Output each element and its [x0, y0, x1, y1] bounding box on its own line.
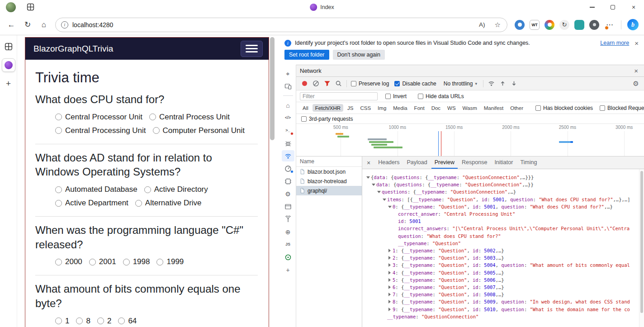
address-bar[interactable]: i localhost:4280 A) ☆	[55, 18, 507, 32]
expander-icon[interactable]	[388, 270, 393, 275]
answer-option[interactable]: 8	[76, 317, 90, 326]
radio-button-icon[interactable]	[135, 200, 142, 207]
json-tree-line[interactable]: 0: {__typename: "Question", id: 5001, qu…	[364, 203, 638, 210]
copilot-icon[interactable]: b	[627, 19, 639, 30]
json-tree-line[interactable]: questions: {__typename: "QuestionConnect…	[364, 188, 638, 195]
answer-option[interactable]: 1999	[156, 257, 184, 266]
json-tree-line[interactable]: __typename: "QuestionConnection"	[364, 313, 638, 320]
sidebar-panel-icon[interactable]	[3, 41, 14, 52]
settings-more-icon[interactable]: ⋯	[604, 19, 615, 31]
answer-option[interactable]: Central Processing Unit	[55, 126, 146, 135]
request-list-header[interactable]: Name	[296, 156, 362, 167]
radio-button-icon[interactable]	[123, 259, 130, 265]
type-filter-all[interactable]: All	[300, 104, 311, 112]
extension-1-icon[interactable]	[515, 20, 525, 30]
radio-button-icon[interactable]	[156, 259, 163, 265]
type-filter-wasm[interactable]: Wasm	[460, 104, 480, 112]
json-tree-line[interactable]: id: 5001	[364, 218, 638, 225]
request-row[interactable]: blazor.boot.json	[296, 167, 362, 176]
json-tree-line[interactable]: data: {questions: {__typename: "Question…	[364, 181, 638, 188]
performance-icon[interactable]	[282, 163, 294, 174]
checkbox-icon[interactable]	[385, 94, 391, 99]
scrollbar-thumb[interactable]	[270, 37, 275, 140]
read-aloud-icon[interactable]: A)	[476, 21, 488, 28]
answer-option[interactable]: Central Processor Unit	[55, 113, 142, 122]
extension-3-icon[interactable]	[545, 20, 554, 30]
json-tree-line[interactable]: incorrect_answers: "[\"Central Process U…	[364, 225, 638, 232]
tab-initiator[interactable]: Initiator	[491, 156, 516, 169]
extension-wt-icon[interactable]: WT	[530, 20, 540, 30]
json-tree-line[interactable]: 8: {__typename: "Question", id: 5009, qu…	[364, 298, 638, 305]
search-icon[interactable]	[333, 78, 344, 89]
radio-button-icon[interactable]	[97, 318, 104, 324]
url-text[interactable]: localhost:4280	[72, 21, 113, 28]
filter-icon[interactable]	[322, 78, 332, 89]
network-close-icon[interactable]: ×	[632, 67, 640, 75]
expander-icon[interactable]	[388, 292, 393, 297]
expander-icon[interactable]	[388, 263, 393, 267]
preserve-log-checkbox[interactable]: Preserve log	[351, 81, 389, 87]
expander-icon[interactable]	[371, 182, 376, 187]
json-tree-line[interactable]: 3: {__typename: "Question", id: 5004, qu…	[364, 261, 638, 269]
radio-button-icon[interactable]	[149, 114, 156, 120]
radio-button-icon[interactable]	[144, 186, 151, 193]
disable-cache-checkbox[interactable]: Disable cache	[394, 81, 436, 87]
checkbox-checked-icon[interactable]	[394, 81, 400, 86]
workspaces-icon[interactable]	[27, 3, 35, 11]
debugger-icon[interactable]	[282, 137, 294, 149]
json-tree-line[interactable]: 9: {__typename: "Question", id: 5010, qu…	[364, 306, 638, 313]
type-filter-css[interactable]: CSS	[357, 104, 374, 112]
type-filter-js[interactable]: JS	[345, 104, 356, 112]
json-tree-line[interactable]: __typename: "Question"	[364, 240, 638, 247]
favorites-icon[interactable]: ☆	[492, 21, 503, 29]
minimize-button[interactable]	[582, 0, 602, 14]
json-tree-line[interactable]: 5: {__typename: "Question", id: 5006,…}	[364, 276, 638, 284]
answer-option[interactable]: 64	[118, 317, 137, 326]
json-tree-line[interactable]: question: "What does CPU stand for?"	[364, 232, 638, 240]
expander-icon[interactable]	[388, 278, 393, 282]
close-button[interactable]: ×	[623, 0, 644, 14]
preview-scrollbar[interactable]	[639, 169, 644, 327]
clear-icon[interactable]	[310, 78, 321, 89]
network-conditions-icon[interactable]	[282, 213, 294, 225]
security-icon[interactable]: ⊕	[282, 226, 294, 237]
type-filter-other[interactable]: Other	[507, 104, 526, 112]
throttling-select[interactable]: No throttling ▾	[444, 81, 477, 87]
json-tree-line[interactable]: 1: {__typename: "Question", id: 5002,…}	[364, 247, 638, 254]
learn-more-link[interactable]: Learn more	[600, 40, 629, 46]
radio-button-icon[interactable]	[55, 259, 62, 265]
radio-button-icon[interactable]	[55, 127, 62, 134]
extension-4-icon[interactable]: ↻	[559, 20, 569, 30]
hide-data-urls-checkbox[interactable]: Hide data URLs	[418, 93, 464, 100]
import-har-icon[interactable]	[497, 78, 508, 89]
json-tree-line[interactable]: items: [{__typename: "Question", id: 500…	[364, 196, 638, 203]
json-tree-line[interactable]: {data: {questions: {__typename: "Questio…	[364, 174, 638, 181]
network-icon[interactable]	[282, 150, 294, 161]
expander-icon[interactable]	[388, 299, 393, 304]
json-tree-line[interactable]: 6: {__typename: "Question", id: 5007,…}	[364, 284, 638, 291]
radio-button-icon[interactable]	[89, 259, 96, 265]
tab-headers[interactable]: Headers	[375, 156, 402, 169]
answer-option[interactable]: 1998	[123, 257, 150, 266]
network-overview-timeline[interactable]: 500 ms1000 ms1500 ms2000 ms2500 ms3000 m…	[296, 124, 644, 156]
console-icon[interactable]: >_	[282, 125, 294, 136]
maximize-button[interactable]	[602, 0, 623, 14]
expander-icon[interactable]	[388, 248, 393, 253]
answer-option[interactable]: 2000	[55, 257, 82, 266]
blocked-requests-checkbox[interactable]: Blocked Requests	[600, 105, 644, 111]
expander-icon[interactable]	[388, 307, 393, 312]
type-filter-manifest[interactable]: Manifest	[481, 104, 506, 112]
answer-option[interactable]: 2	[97, 317, 111, 326]
answer-option[interactable]: 1	[55, 317, 69, 326]
answer-option[interactable]: Active Directory	[144, 185, 208, 194]
radio-button-icon[interactable]	[55, 318, 62, 324]
dont-show-again-button[interactable]: Don't show again	[333, 50, 385, 60]
sidebar-add-icon[interactable]: +	[3, 78, 14, 90]
type-filter-font[interactable]: Font	[412, 104, 427, 112]
answer-option[interactable]: Computer Personal Unit	[153, 126, 245, 135]
answer-option[interactable]: Automated Database	[55, 185, 137, 194]
request-row[interactable]: blazor-hotreload	[296, 176, 362, 186]
type-filter-doc[interactable]: Doc	[429, 104, 443, 112]
radio-button-icon[interactable]	[118, 318, 125, 324]
back-icon[interactable]: ←	[5, 18, 18, 32]
